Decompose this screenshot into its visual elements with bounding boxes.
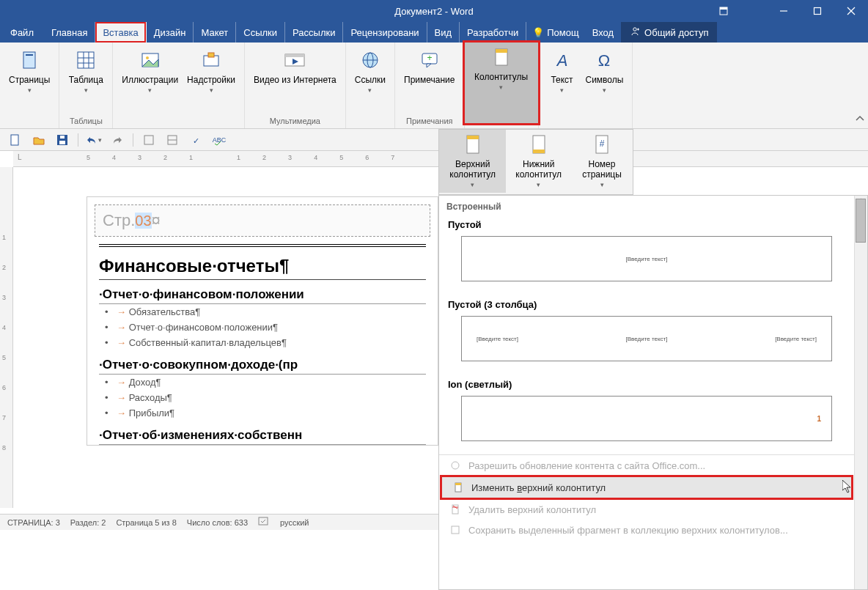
gallery-item-ion-title: Ion (светлый) xyxy=(439,375,854,393)
vertical-ruler[interactable]: 12345678 xyxy=(0,167,13,508)
sign-in[interactable]: Вход xyxy=(585,22,621,43)
quick-access-toolbar: ▾ ✓ ABC xyxy=(0,129,868,151)
gallery-scrollbar[interactable]: ▴ xyxy=(854,196,867,589)
status-page[interactable]: СТРАНИЦА: 3 xyxy=(7,518,60,527)
svg-rect-43 xyxy=(467,136,479,139)
tab-references[interactable]: Ссылки xyxy=(236,22,285,43)
document-body[interactable]: Финансовые·отчеты¶ ·Отчет·о·финансовом·п… xyxy=(87,244,438,445)
menu-edit-label: Изменить верхний колонтитул xyxy=(471,482,606,493)
placeholder-text: [Введите текст] xyxy=(775,336,817,342)
status-section[interactable]: Раздел: 2 xyxy=(70,518,106,527)
header-cell[interactable]: Стр.03¤ xyxy=(95,204,430,237)
open-button[interactable] xyxy=(31,132,47,148)
pictures-icon xyxy=(139,48,162,72)
qat-button-1[interactable] xyxy=(141,132,157,148)
tab-insert[interactable]: Вставка xyxy=(95,22,146,43)
header-button[interactable]: Верхний колонтитул ▾ xyxy=(439,130,506,193)
qat-button-3[interactable]: ✓ xyxy=(188,132,204,148)
lightbulb-icon: 💡 xyxy=(532,27,544,38)
pages-button[interactable]: Страницы ▾ xyxy=(6,45,53,98)
svg-rect-3 xyxy=(814,8,821,15)
status-words[interactable]: Число слов: 633 xyxy=(187,518,248,527)
table-button[interactable]: Таблица ▾ xyxy=(65,45,106,98)
addins-button[interactable]: Надстройки ▾ xyxy=(184,45,238,98)
share-label: Общий доступ xyxy=(644,27,708,38)
new-doc-button[interactable] xyxy=(7,132,23,148)
tab-home[interactable]: Главная xyxy=(44,22,95,43)
tab-review[interactable]: Рецензировани xyxy=(343,22,427,43)
scrollbar-thumb[interactable] xyxy=(856,199,866,243)
save-button[interactable] xyxy=(54,132,70,148)
svg-rect-33 xyxy=(11,135,18,145)
redo-button[interactable] xyxy=(109,132,125,148)
footer-button[interactable]: Нижний колонтитул ▾ xyxy=(506,130,571,193)
header-footer-button[interactable]: Колонтитулы ▾ xyxy=(465,43,538,123)
svg-point-6 xyxy=(633,27,636,30)
close-button[interactable] xyxy=(834,0,868,22)
header-page-number: 03 xyxy=(135,213,151,229)
gallery-menu-office[interactable]: Разрешить обновление контента с сайта Of… xyxy=(439,455,854,476)
menu-delete-label: Удалить верхний колонтитул xyxy=(468,504,596,515)
online-video-button[interactable]: Видео из Интернета xyxy=(251,45,339,88)
minimize-button[interactable] xyxy=(767,0,801,22)
svg-text:A: A xyxy=(555,51,567,70)
svg-rect-35 xyxy=(59,141,65,144)
text-icon: A xyxy=(551,48,574,72)
tab-view[interactable]: Вид xyxy=(427,22,460,43)
undo-button[interactable]: ▾ xyxy=(86,132,102,148)
chevron-down-icon: ▾ xyxy=(368,85,372,95)
pages-label: Страницы xyxy=(9,75,50,85)
placeholder-text: [Введите текст] xyxy=(477,336,518,342)
svg-rect-53 xyxy=(452,505,458,514)
tab-file[interactable]: Файл xyxy=(0,22,44,43)
group-label-comments: Примечания xyxy=(406,115,453,127)
page: Стр.03¤ Финансовые·отчеты¶ ·Отчет·о·фина… xyxy=(87,196,438,446)
illustrations-button[interactable]: Иллюстрации ▾ xyxy=(119,45,181,98)
list-item: → Прибыли¶ xyxy=(99,405,426,421)
status-page-of[interactable]: Страница 5 из 8 xyxy=(116,518,176,527)
proofing-icon[interactable] xyxy=(258,517,270,528)
chevron-down-icon: ▾ xyxy=(148,85,152,95)
gallery-item-ion[interactable]: 1 xyxy=(461,396,832,441)
tell-me[interactable]: 💡 Помощ xyxy=(526,27,584,38)
ribbon-display-options-icon[interactable] xyxy=(718,0,729,22)
gallery-section-builtin: Встроенный xyxy=(439,199,854,215)
spelling-button[interactable]: ABC xyxy=(211,132,227,148)
tab-developer[interactable]: Разработчи xyxy=(460,22,526,43)
tab-design[interactable]: Дизайн xyxy=(147,22,194,43)
symbols-label: Символы xyxy=(586,75,624,85)
svg-rect-30 xyxy=(496,49,507,53)
heading-2c: ·Отчет·об·изменениях·собственн xyxy=(99,421,426,445)
tab-layout[interactable]: Макет xyxy=(194,22,236,43)
collapse-ribbon-icon[interactable] xyxy=(855,114,865,127)
gallery-menu-delete-header[interactable]: Удалить верхний колонтитул xyxy=(439,499,854,520)
svg-rect-45 xyxy=(533,150,545,153)
chevron-down-icon: ▾ xyxy=(499,82,503,92)
links-button[interactable]: Ссылки ▾ xyxy=(352,45,389,98)
illustrations-label: Иллюстрации xyxy=(122,75,178,85)
ruler-corner-icon: L xyxy=(18,153,22,161)
window-title: Документ2 - Word xyxy=(394,6,473,17)
text-button[interactable]: A Текст ▾ xyxy=(545,45,580,98)
ribbon-tabs: Файл Главная Вставка Дизайн Макет Ссылки… xyxy=(0,22,868,43)
tab-mailings[interactable]: Рассылки xyxy=(285,22,343,43)
svg-point-17 xyxy=(146,56,149,59)
status-language[interactable]: русский xyxy=(280,518,309,527)
gallery-item-blank[interactable]: [Введите текст] xyxy=(461,236,832,281)
list-item: → Расходы¶ xyxy=(99,390,426,405)
share-button[interactable]: Общий доступ xyxy=(621,22,717,43)
svg-text:✓: ✓ xyxy=(193,136,199,145)
comment-button[interactable]: + Примечание xyxy=(401,45,457,88)
maximize-button[interactable] xyxy=(801,0,834,22)
page-number-button[interactable]: # Номер страницы ▾ xyxy=(571,130,633,193)
comment-icon: + xyxy=(418,48,441,72)
chevron-down-icon: ▾ xyxy=(210,85,213,95)
symbols-button[interactable]: Ω Символы ▾ xyxy=(583,45,627,98)
gallery-menu-edit-header[interactable]: Изменить верхний колонтитул xyxy=(442,477,851,498)
gallery-menu-save-selection[interactable]: Сохранить выделенный фрагмент в коллекци… xyxy=(439,520,854,540)
qat-button-2[interactable] xyxy=(164,132,180,148)
omega-icon: Ω xyxy=(592,48,616,72)
gallery-item-blank3[interactable]: [Введите текст] [Введите текст] [Введите… xyxy=(461,316,832,361)
svg-rect-1 xyxy=(720,7,727,10)
group-label-tables: Таблицы xyxy=(70,115,103,127)
